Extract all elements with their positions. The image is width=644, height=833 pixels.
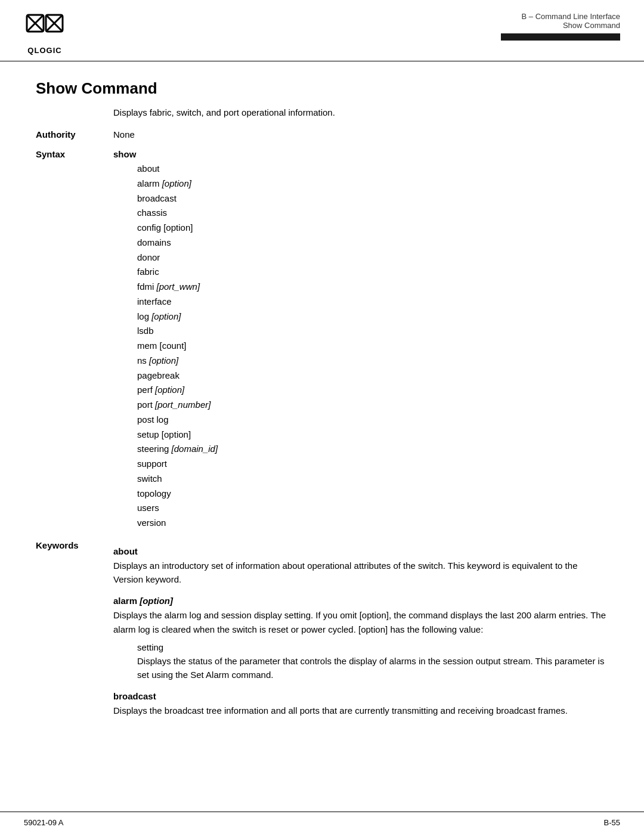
list-item: fabric — [137, 265, 608, 280]
list-item: domains — [137, 236, 608, 250]
list-item: interface — [137, 295, 608, 309]
keyword-title: alarm [option] — [113, 596, 608, 606]
list-item: pagebreak — [137, 368, 608, 383]
keyword-description: Displays an introductory set of informat… — [113, 559, 608, 587]
syntax-label: Syntax — [36, 149, 113, 531]
header-breadcrumb: B – Command Line Interface Show Command — [501, 12, 620, 41]
list-item: users — [137, 501, 608, 516]
footer-right: B-55 — [604, 818, 620, 827]
list-item: lsdb — [137, 324, 608, 339]
syntax-content: show aboutalarm [option]broadcastchassis… — [113, 149, 608, 531]
list-item: config [option] — [137, 221, 608, 236]
logo: QLOGIC — [24, 12, 66, 55]
keyword-description: Displays the broadcast tree information … — [113, 704, 608, 717]
keyword-entry: broadcastDisplays the broadcast tree inf… — [113, 691, 608, 717]
footer-left: 59021-09 A — [24, 818, 64, 827]
list-item: donor — [137, 250, 608, 265]
main-content: Show Command Displays fabric, switch, an… — [0, 61, 644, 773]
page-header: QLOGIC B – Command Line Interface Show C… — [0, 0, 644, 61]
syntax-command: show — [113, 149, 608, 159]
keywords-label: Keywords — [36, 540, 113, 727]
syntax-section: Syntax show aboutalarm [option]broadcast… — [36, 149, 608, 531]
syntax-list: aboutalarm [option]broadcastchassisconfi… — [113, 162, 608, 531]
sub-entry-title: setting — [137, 642, 608, 652]
list-item: version — [137, 516, 608, 531]
breadcrumb-top: B – Command Line Interface — [501, 12, 620, 21]
sub-entry-description: Displays the status of the parameter tha… — [137, 654, 608, 682]
page-footer: 59021-09 A B-55 — [0, 812, 644, 833]
list-item: broadcast — [137, 191, 608, 206]
list-item: about — [137, 162, 608, 176]
authority-section: Authority None — [36, 129, 608, 140]
list-item: perf [option] — [137, 383, 608, 398]
page-description: Displays fabric, switch, and port operat… — [113, 107, 608, 117]
breadcrumb-bottom: Show Command — [501, 21, 620, 30]
list-item: support — [137, 457, 608, 472]
list-item: post log — [137, 413, 608, 428]
logo-text: QLOGIC — [27, 46, 61, 55]
keyword-title: about — [113, 546, 608, 556]
list-item: mem [count] — [137, 339, 608, 354]
authority-value: None — [113, 129, 608, 140]
keyword-title: broadcast — [113, 691, 608, 701]
header-accent-bar — [501, 33, 620, 41]
list-item: log [option] — [137, 309, 608, 324]
sub-entry: settingDisplays the status of the parame… — [137, 642, 608, 682]
list-item: steering [domain_id] — [137, 442, 608, 457]
list-item: port [port_number] — [137, 398, 608, 413]
keyword-entry: alarm [option]Displays the alarm log and… — [113, 596, 608, 682]
keyword-entry: aboutDisplays an introductory set of inf… — [113, 546, 608, 587]
keywords-section: Keywords aboutDisplays an introductory s… — [36, 540, 608, 727]
list-item: switch — [137, 472, 608, 487]
qlogic-logo-icon — [24, 12, 66, 45]
list-item: setup [option] — [137, 428, 608, 442]
list-item: alarm [option] — [137, 176, 608, 191]
list-item: ns [option] — [137, 354, 608, 368]
keywords-content: aboutDisplays an introductory set of inf… — [113, 546, 608, 727]
list-item: fdmi [port_wwn] — [137, 280, 608, 295]
list-item: topology — [137, 487, 608, 501]
page-title: Show Command — [36, 79, 608, 98]
authority-label: Authority — [36, 129, 113, 140]
keyword-description: Displays the alarm log and session displ… — [113, 608, 608, 636]
list-item: chassis — [137, 206, 608, 221]
